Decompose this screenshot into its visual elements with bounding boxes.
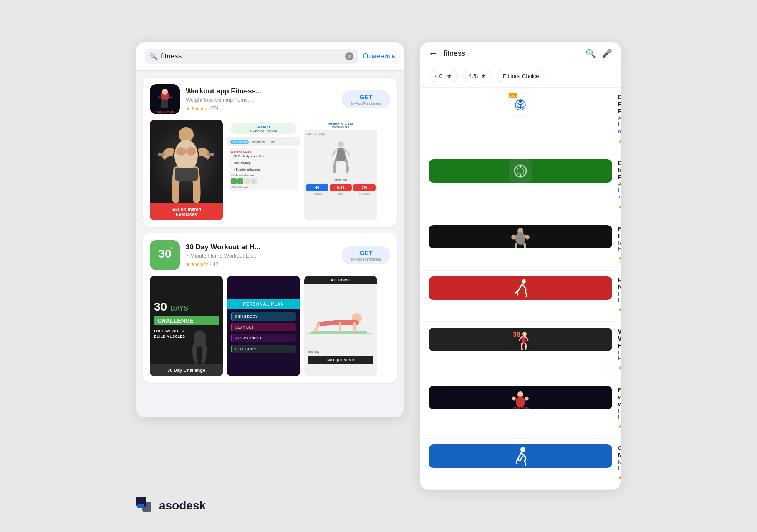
branding: asodesk bbox=[136, 497, 206, 515]
app-meta-2: 30 Day Workout at H... 7 Minute Home Wor… bbox=[186, 243, 336, 267]
cancel-button[interactable]: Отменить bbox=[363, 52, 395, 60]
android-app-item-3[interactable]: Home Workout - No Equipment Leap Fitness… bbox=[420, 271, 621, 322]
android-app-meta-6: Calorie Counter - MyFitnessPal MyFitness… bbox=[618, 444, 621, 484]
android-search-bar: ← fitness 🔍 🎤 bbox=[420, 42, 621, 65]
android-app-meta-4: Workout for Women: Fit at Home Leap Fitn… bbox=[618, 328, 621, 374]
svg-point-46 bbox=[516, 396, 525, 407]
android-app-list: 2021 Daily Yoga | Fitness Yoga Plan&Medi… bbox=[420, 88, 621, 490]
filter-chips: 4.0+ ★ 4.5+ ★ Editors' Choice bbox=[420, 65, 621, 88]
svg-point-38 bbox=[515, 232, 525, 245]
svg-rect-3 bbox=[161, 100, 168, 108]
ios-search-bar: 🔍 fitness ✕ Отменить bbox=[136, 42, 404, 71]
svg-text:FITNESS ONLINE: FITNESS ONLINE bbox=[154, 110, 175, 113]
android-app-name-0: Daily Yoga | Fitness Yoga Plan&Meditat..… bbox=[618, 93, 621, 115]
android-app-tagline-0: workout bbox=[618, 128, 621, 134]
android-app-stats-3: ★ 4.9 • 18 MB ⬇ 100M+ bbox=[618, 304, 621, 316]
screenshot-badge-1: 550 AnimatedExercises bbox=[150, 203, 223, 220]
android-app-icon-bodyfast bbox=[429, 159, 612, 183]
android-app-name-6: Calorie Counter - MyFitnessPal bbox=[618, 444, 621, 459]
get-button-2[interactable]: GET In-App Purchases bbox=[342, 246, 390, 264]
android-app-icon-home-workout bbox=[429, 276, 612, 300]
android-mic-icon[interactable]: 🎤 bbox=[602, 48, 612, 58]
svg-point-15 bbox=[338, 141, 344, 147]
star-count-2: 442 bbox=[210, 261, 218, 267]
android-app-stats-0: ★ 4.7 • 43 MB ⬇ 10M+ bbox=[618, 136, 621, 147]
android-app-meta-2: Fitness planner-Home Workout hamza nazir… bbox=[618, 225, 621, 264]
android-app-stats-5: ★ 4.7 • 30 MB ⬇ 1M+ bbox=[618, 421, 621, 432]
android-app-dev-4: Leap Fitness Group • Health & Fitness bbox=[618, 350, 621, 361]
svg-text:38: 38 bbox=[513, 331, 520, 338]
filter-chip-editors[interactable]: Editors' Choice bbox=[497, 70, 545, 82]
filter-chip-40[interactable]: 4.0+ ★ bbox=[429, 70, 458, 82]
ios-panel: 🔍 fitness ✕ Отменить bbox=[136, 42, 404, 417]
ios-app-item-2[interactable]: 30 ° 30 Day Workout at H... 7 Minute Hom… bbox=[143, 233, 397, 383]
android-app-icon-yoga: 2021 bbox=[429, 93, 612, 117]
android-app-name-2: Fitness planner-Home Workout bbox=[618, 225, 621, 239]
svg-rect-12 bbox=[158, 153, 165, 156]
android-app-meta-0: Daily Yoga | Fitness Yoga Plan&Meditat..… bbox=[618, 93, 621, 147]
android-app-tagline-1: The best app for fasting bbox=[618, 194, 621, 200]
android-app-icon-workout-women: 38 bbox=[429, 328, 612, 351]
back-button[interactable]: ← bbox=[429, 48, 438, 59]
android-app-dev-3: Leap Fitness Group • Health & Fitness bbox=[618, 291, 621, 303]
clear-button[interactable]: ✕ bbox=[345, 52, 353, 60]
android-app-name-1: BodyFast Intermittent Fasting bbox=[618, 159, 621, 181]
svg-point-32 bbox=[519, 99, 522, 103]
app-item-top-2: 30 ° 30 Day Workout at H... 7 Minute Hom… bbox=[150, 240, 390, 270]
stars-row-2: ★★★★½ 442 bbox=[186, 261, 336, 267]
app-icon-30day: 30 ° bbox=[150, 240, 180, 270]
chip-label-45: 4.5+ ★ bbox=[469, 73, 486, 79]
android-panel: ← fitness 🔍 🎤 4.0+ ★ 4.5+ ★ Editors' Cho… bbox=[420, 42, 621, 490]
svg-point-45 bbox=[517, 391, 523, 397]
app-name-1: Workout app Fitness... bbox=[186, 87, 336, 95]
svg-point-2 bbox=[162, 89, 168, 95]
android-app-item-4[interactable]: 38 Workout for Women: Fit at Home Leap F… bbox=[420, 322, 621, 380]
svg-rect-14 bbox=[175, 168, 198, 181]
android-app-item-1[interactable]: BodyFast Intermittent Fasting Ad · BodyF… bbox=[420, 153, 621, 219]
android-app-item-5[interactable]: FITNESS ONLINE Fitness Online - weight l… bbox=[420, 380, 621, 439]
screenshot-2-ss1: 30 DAYS CHALLENGE LOSE WEIGHT &BUILD MUS… bbox=[150, 276, 223, 376]
app-name-2: 30 Day Workout at H... bbox=[186, 243, 336, 251]
svg-rect-52 bbox=[137, 504, 144, 508]
android-app-stats-1: ★ 4.7 • 29 MB ⬇ 10M+ bbox=[618, 201, 621, 213]
get-button-1[interactable]: GET In-App Purchases bbox=[342, 90, 390, 108]
ios-search-input[interactable]: 🔍 fitness ✕ bbox=[145, 49, 358, 64]
screenshot-3-1: HOME & GYM WORKOUTS 5:44 · 2/8 Legs bbox=[304, 120, 377, 220]
search-icon: 🔍 bbox=[150, 53, 158, 60]
app-subtitle-2: 7 Minute Home Workout Ex... bbox=[186, 253, 336, 259]
android-app-icon-myfitpal bbox=[429, 444, 612, 468]
android-app-name-4: Workout for Women: Fit at Home bbox=[618, 328, 621, 349]
ios-app-item-1[interactable]: FITNESS ONLINE Workout app Fitness... We… bbox=[143, 78, 397, 227]
android-app-item-2[interactable]: Fitness planner-Home Workout hamza nazir… bbox=[420, 219, 621, 271]
stars-1: ★★★★☆ bbox=[186, 105, 209, 111]
android-app-dev-0: Ad · Daily Yoga Team • Health & Fitness bbox=[618, 115, 621, 127]
stars-2: ★★★★½ bbox=[186, 261, 208, 267]
chip-label-editors: Editors' Choice bbox=[503, 73, 539, 79]
svg-rect-48 bbox=[509, 444, 532, 468]
app-icon-fitness: FITNESS ONLINE bbox=[150, 84, 180, 114]
android-app-stats-6: ★ 4.4 • 39 MB 🏆 Editors' Choice bbox=[618, 472, 621, 484]
svg-point-40 bbox=[522, 279, 526, 284]
svg-point-49 bbox=[520, 447, 525, 452]
android-app-item-0[interactable]: 2021 Daily Yoga | Fitness Yoga Plan&Medi… bbox=[420, 88, 621, 153]
android-app-stats-2: ★ 4.9 • 13 MB ⬇ 100K+ bbox=[618, 253, 621, 264]
brand-name: asodesk bbox=[159, 499, 206, 512]
filter-chip-45[interactable]: 4.5+ ★ bbox=[462, 70, 492, 82]
ios-search-text: fitness bbox=[161, 52, 342, 60]
android-app-item-6[interactable]: Calorie Counter - MyFitnessPal MyFitness… bbox=[420, 439, 621, 490]
screenshot-1-1: 550 AnimatedExercises bbox=[150, 120, 223, 220]
chip-label-40: 4.0+ ★ bbox=[435, 73, 452, 79]
app-subtitle-1: Weight loss training home,... bbox=[186, 97, 336, 103]
screenshots-row-1: 550 AnimatedExercises SMART WORKOUT PLAN… bbox=[150, 120, 390, 220]
svg-line-26 bbox=[319, 323, 332, 324]
android-app-dev-1: Ad · BodyFast GmbH • Health & Fitness bbox=[618, 181, 621, 193]
screenshot-2-1: SMART WORKOUT PLANS Dashboard Workouts D… bbox=[227, 120, 300, 220]
brand-logo bbox=[136, 497, 155, 515]
app-item-top-1: FITNESS ONLINE Workout app Fitness... We… bbox=[150, 84, 390, 114]
android-search-icon[interactable]: 🔍 bbox=[585, 48, 596, 58]
app-meta-1: Workout app Fitness... Weight loss train… bbox=[186, 87, 336, 111]
android-app-dev-5: Fitness Online LLC • Health & Fitness bbox=[618, 408, 621, 420]
android-app-dev-6: MyFitnessPal, Inc. • Health & Fitness bbox=[618, 459, 621, 471]
screenshots-row-2: 30 DAYS CHALLENGE LOSE WEIGHT &BUILD MUS… bbox=[150, 276, 390, 376]
ios-content: FITNESS ONLINE Workout app Fitness... We… bbox=[136, 78, 404, 383]
